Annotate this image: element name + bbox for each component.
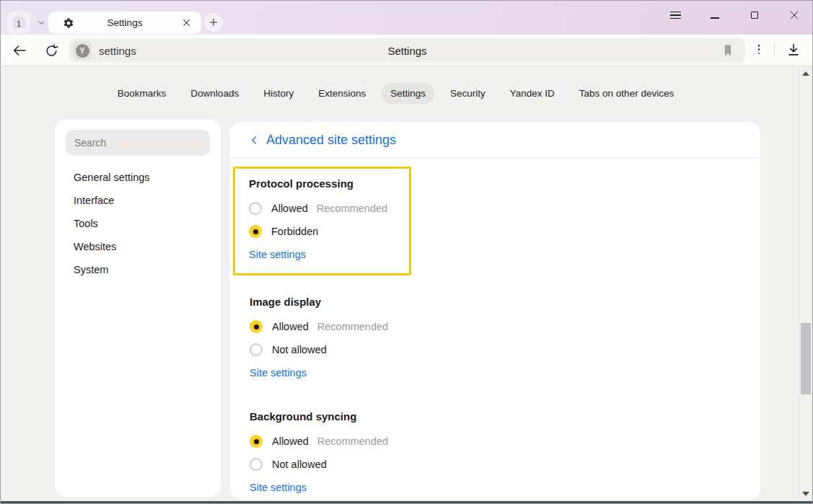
- tab-count-badge: 1: [12, 15, 26, 30]
- recommended-note: Recommended: [317, 321, 388, 332]
- scroll-down-icon[interactable]: [802, 492, 809, 496]
- radio-label[interactable]: Forbidden: [271, 226, 318, 237]
- nav-tab-history[interactable]: History: [255, 83, 302, 104]
- radio-row-image-allowed[interactable]: Allowed Recommended: [250, 320, 760, 333]
- section-image-display: Image display Allowed Recommended Not al…: [230, 296, 760, 381]
- radio-sync-allowed[interactable]: [250, 435, 263, 448]
- sidebar-item-websites[interactable]: Websites: [55, 235, 221, 258]
- nav-tab-security[interactable]: Security: [441, 83, 494, 104]
- vertical-scrollbar[interactable]: [799, 66, 812, 501]
- section-title-image-display: Image display: [250, 296, 760, 310]
- settings-nav-tabs: Bookmarks Downloads History Extensions S…: [1, 83, 791, 104]
- tab-close-icon[interactable]: [182, 18, 191, 27]
- site-settings-link-image[interactable]: Site settings: [250, 367, 307, 381]
- nav-tab-other-devices[interactable]: Tabs on other devices: [571, 83, 682, 104]
- scroll-up-icon[interactable]: [802, 71, 809, 76]
- section-title-background-syncing: Background syncing: [250, 410, 760, 425]
- radio-row-protocol-allowed[interactable]: Allowed Recommended: [249, 202, 409, 215]
- site-settings-link-protocol[interactable]: Site settings: [249, 249, 306, 263]
- recommended-note: Recommended: [317, 203, 387, 214]
- tab-title: Settings: [48, 17, 201, 28]
- browser-menu-button[interactable]: [666, 7, 685, 23]
- nav-tab-extensions[interactable]: Extensions: [309, 83, 374, 104]
- tab-bar: 1 Settings: [1, 1, 812, 35]
- toolbar-divider: [774, 43, 775, 58]
- radio-image-allowed[interactable]: [250, 320, 263, 333]
- chevron-down-icon: [37, 18, 46, 27]
- sidebar-menu: General settings Interface Tools Website…: [55, 166, 221, 281]
- site-protect-button[interactable]: Y: [73, 41, 92, 60]
- new-tab-button[interactable]: [204, 13, 223, 32]
- close-icon: [789, 10, 799, 20]
- refresh-icon: [44, 43, 59, 58]
- search-box[interactable]: [66, 130, 210, 156]
- yandex-site-icon: Y: [76, 44, 89, 58]
- back-button[interactable]: [10, 41, 29, 60]
- radio-label[interactable]: Allowed: [271, 203, 308, 214]
- back-to-settings-header[interactable]: Advanced site settings: [230, 122, 760, 158]
- maximize-button[interactable]: [745, 7, 764, 23]
- header-divider: [230, 158, 760, 159]
- settings-sidebar: General settings Interface Tools Website…: [55, 120, 221, 497]
- recommended-note: Recommended: [317, 436, 388, 447]
- scrollbar-thumb[interactable]: [801, 323, 811, 394]
- downloads-button[interactable]: [786, 42, 801, 58]
- radio-row-sync-allowed[interactable]: Allowed Recommended: [250, 435, 760, 448]
- back-chevron-icon: [249, 135, 260, 146]
- search-input[interactable]: [66, 137, 210, 149]
- maximize-icon: [751, 12, 759, 19]
- radio-row-image-not-allowed[interactable]: Not allowed: [250, 343, 760, 356]
- hamburger-icon: [670, 12, 681, 19]
- omnibox-page-title: Settings: [69, 45, 745, 57]
- radio-label[interactable]: Allowed: [272, 436, 309, 447]
- toolbar: Y settings Settings: [1, 35, 812, 66]
- minimize-button[interactable]: [706, 7, 724, 23]
- sidebar-item-interface[interactable]: Interface: [55, 189, 221, 212]
- section-title-protocol-processing: Protocol processing: [249, 177, 409, 192]
- sidebar-item-tools[interactable]: Tools: [55, 212, 221, 235]
- radio-label[interactable]: Not allowed: [272, 459, 327, 470]
- nav-tab-yandex-id[interactable]: Yandex ID: [501, 83, 563, 104]
- close-window-button[interactable]: [785, 7, 804, 23]
- sidebar-item-general-settings[interactable]: General settings: [55, 166, 221, 189]
- radio-label[interactable]: Allowed: [272, 321, 309, 332]
- bookmark-flag-icon[interactable]: [720, 43, 736, 58]
- radio-sync-not-allowed[interactable]: [250, 458, 263, 471]
- back-arrow-icon: [12, 43, 27, 58]
- window-controls: [666, 6, 804, 24]
- minimize-icon: [711, 17, 719, 19]
- more-options-button[interactable]: [755, 45, 763, 56]
- address-text: settings: [99, 45, 136, 57]
- section-background-syncing: Background syncing Allowed Recommended N…: [230, 410, 760, 496]
- page-title: Advanced site settings: [266, 133, 396, 148]
- page-content: Bookmarks Downloads History Extensions S…: [1, 66, 812, 501]
- radio-protocol-forbidden[interactable]: [249, 225, 262, 238]
- tab-count-button[interactable]: 1: [7, 12, 30, 33]
- nav-tab-bookmarks[interactable]: Bookmarks: [109, 83, 175, 104]
- nav-tab-settings[interactable]: Settings: [382, 83, 434, 104]
- radio-protocol-allowed[interactable]: [249, 202, 262, 215]
- address-bar[interactable]: Y settings Settings: [69, 38, 745, 63]
- radio-row-sync-not-allowed[interactable]: Not allowed: [250, 458, 760, 471]
- highlight-box-protocol-processing: Protocol processing Allowed Recommended …: [233, 167, 411, 275]
- site-settings-link-sync[interactable]: Site settings: [250, 482, 307, 496]
- nav-tab-downloads[interactable]: Downloads: [182, 83, 247, 104]
- radio-label[interactable]: Not allowed: [272, 344, 327, 355]
- active-tab-settings[interactable]: Settings: [48, 12, 201, 34]
- plus-icon: [208, 17, 219, 27]
- refresh-button[interactable]: [42, 41, 61, 60]
- advanced-site-settings-panel: Advanced site settings Protocol processi…: [230, 122, 760, 500]
- sidebar-item-system[interactable]: System: [55, 258, 221, 281]
- radio-image-not-allowed[interactable]: [250, 343, 263, 356]
- radio-row-protocol-forbidden[interactable]: Forbidden: [249, 225, 409, 238]
- browser-window: 1 Settings: [0, 0, 813, 504]
